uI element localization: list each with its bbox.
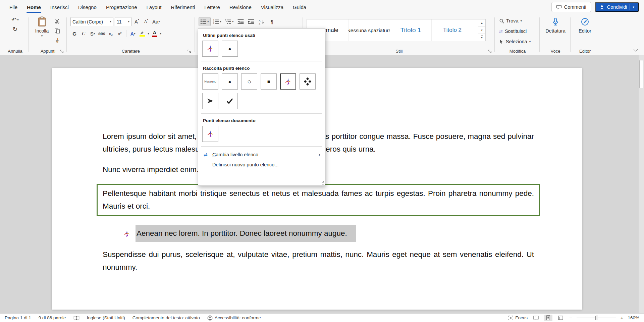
multilevel-list-button[interactable]: ▾ <box>224 17 235 26</box>
ribbon-collapse-icon[interactable] <box>634 47 638 52</box>
shrink-font-button[interactable]: A ▾ <box>142 17 150 26</box>
bullet-option-square[interactable]: ■ <box>261 73 277 90</box>
decrease-indent-button[interactable] <box>236 17 246 26</box>
zoom-in-button[interactable]: + <box>621 315 624 320</box>
paste-button[interactable]: Incolla ▾ <box>33 16 51 47</box>
selected-text[interactable]: Aenean nec lorem. In porttitor. Donec la… <box>136 225 356 242</box>
italic-button[interactable]: C <box>79 29 88 38</box>
bold-label: G <box>72 31 76 36</box>
zoom-level[interactable]: 160% <box>628 315 639 320</box>
comments-button[interactable]: Commenti <box>551 2 591 12</box>
appunti-dialog-launcher[interactable] <box>60 49 64 53</box>
tab-file[interactable]: File <box>5 0 22 14</box>
strikethrough-button[interactable]: abc <box>98 29 106 38</box>
accessibility-status[interactable]: Accessibilità: conforme <box>207 315 261 321</box>
bullet-option-dot-recent[interactable]: ● <box>222 41 238 57</box>
language-indicator[interactable]: Inglese (Stati Uniti) <box>87 315 125 320</box>
zoom-thumb[interactable] <box>595 316 598 320</box>
increase-indent-button[interactable] <box>247 17 256 26</box>
bullets-button[interactable]: ▾ <box>199 17 211 26</box>
read-mode-button[interactable] <box>532 315 540 321</box>
numbering-button[interactable]: ▾ <box>212 17 223 26</box>
font-color-button[interactable]: A <box>150 29 159 38</box>
change-case-chevron-icon: ▾ <box>158 20 160 23</box>
scrollbar-thumb[interactable] <box>639 60 643 88</box>
share-chevron-icon[interactable]: ▾ <box>633 6 634 9</box>
font-size-combobox[interactable]: 11 ▾ <box>115 17 131 26</box>
grow-font-button[interactable]: A ▴ <box>133 17 141 26</box>
gallery-more-button[interactable]: ▾ <box>478 34 485 41</box>
word-count[interactable]: 9 di 86 parole <box>39 315 66 320</box>
bullet-option-star-recent[interactable] <box>202 41 218 57</box>
change-case-button[interactable]: Aa ▾ <box>152 17 161 26</box>
bullet-option-star-document[interactable] <box>202 126 218 142</box>
gallery-scroll-down[interactable]: ▾ <box>478 27 485 34</box>
shrink-arrow-icon: ▾ <box>147 18 148 21</box>
tab-visualizza[interactable]: Visualizza <box>256 0 288 14</box>
read-mode-icon <box>533 316 539 320</box>
tab-home[interactable]: Home <box>22 0 46 14</box>
underline-button[interactable]: S ▾ <box>89 29 97 38</box>
print-layout-button[interactable] <box>544 315 552 321</box>
bullet-option-diamonds[interactable] <box>300 73 316 90</box>
bullet-option-check[interactable] <box>222 93 238 109</box>
superscript-button[interactable]: x² <box>116 29 124 38</box>
copy-button[interactable] <box>53 27 62 35</box>
tab-inserisci[interactable]: Inserisci <box>46 0 73 14</box>
zoom-out-button[interactable]: − <box>569 315 572 320</box>
text-effects-button[interactable]: A ▾ <box>129 29 137 38</box>
editor-button[interactable]: Editor <box>573 17 597 34</box>
sort-button[interactable] <box>257 17 266 26</box>
style-nessuna-spaziatura[interactable]: Nessuna spaziatura <box>348 19 390 41</box>
tab-guida[interactable]: Guida <box>288 0 311 14</box>
text-completion-status[interactable]: Completamento del testo: attivato <box>132 315 200 320</box>
show-formatting-button[interactable]: ¶ <box>267 17 277 26</box>
zoom-slider[interactable] <box>577 315 616 321</box>
focus-mode-button[interactable]: Focus <box>508 315 528 320</box>
tab-disegno[interactable]: Disegno <box>73 0 101 14</box>
select-button[interactable]: Seleziona ▾ <box>499 39 531 44</box>
tab-lettere[interactable]: Lettere <box>200 0 225 14</box>
bullet-option-dot[interactable]: ● <box>222 73 238 90</box>
font-size-chevron-icon: ▾ <box>128 20 129 23</box>
style-titolo-2[interactable]: Titolo 2 <box>432 19 473 41</box>
find-button[interactable]: Trova ▾ <box>499 18 522 23</box>
bullet-option-arrow[interactable] <box>202 93 218 109</box>
tab-riferimenti[interactable]: Riferimenti <box>166 0 200 14</box>
web-layout-button[interactable] <box>557 315 565 321</box>
bullet-option-star-selected[interactable] <box>280 73 296 90</box>
tab-progettazione[interactable]: Progettazione <box>101 0 142 14</box>
gallery-scroll-up[interactable]: ▴ <box>478 19 485 27</box>
stili-dialog-launcher[interactable] <box>488 49 492 53</box>
bullet-option-none[interactable]: Nessuno <box>202 73 218 90</box>
bullet-list-item[interactable]: Aenean nec lorem. In porttitor. Donec la… <box>123 225 534 242</box>
dropdown-resize-grip[interactable] <box>320 181 324 185</box>
replace-button[interactable]: ⇄ Sostituisci <box>499 29 527 34</box>
proofing-status[interactable] <box>73 316 79 320</box>
redo-button[interactable]: ↻ <box>12 26 17 32</box>
bordered-paragraph[interactable]: Pellentesque habitant morbi tristique se… <box>97 184 540 216</box>
menu-item-change-list-level[interactable]: ⇄ Cambia livello elenco › <box>198 150 325 160</box>
style-titolo-1[interactable]: Titolo 1 <box>390 19 432 41</box>
paragraph-suspendisse[interactable]: Suspendisse dui purus, scelerisque at, v… <box>103 248 534 274</box>
search-icon <box>499 18 504 23</box>
bold-button[interactable]: G <box>70 29 78 38</box>
brush-icon <box>55 38 60 43</box>
bullet-option-circle[interactable]: ○ <box>241 73 257 90</box>
highlight-button[interactable] <box>138 29 147 38</box>
share-button[interactable]: Condividi ▾ <box>595 2 639 12</box>
font-name-combobox[interactable]: Calibri (Corpo) ▾ <box>70 17 113 26</box>
tab-revisione[interactable]: Revisione <box>225 0 256 14</box>
group-divider <box>195 17 195 52</box>
subscript-button[interactable]: x₂ <box>107 29 115 38</box>
menu-item-define-new-bullet[interactable]: Definisci nuovo punto elenco... <box>198 160 325 170</box>
dictate-button[interactable]: Dettatura <box>542 17 569 34</box>
carattere-dialog-launcher[interactable] <box>187 49 192 53</box>
paragraph-pellentesque[interactable]: Pellentesque habitant morbi tristique se… <box>103 187 534 213</box>
page-indicator[interactable]: Pagina 1 di 1 <box>5 315 31 320</box>
undo-button[interactable]: ↶ ▾ <box>11 17 19 23</box>
format-painter-button[interactable] <box>53 37 62 44</box>
vertical-scrollbar[interactable] <box>639 55 644 313</box>
cut-button[interactable] <box>53 17 62 25</box>
tab-layout[interactable]: Layout <box>142 0 166 14</box>
